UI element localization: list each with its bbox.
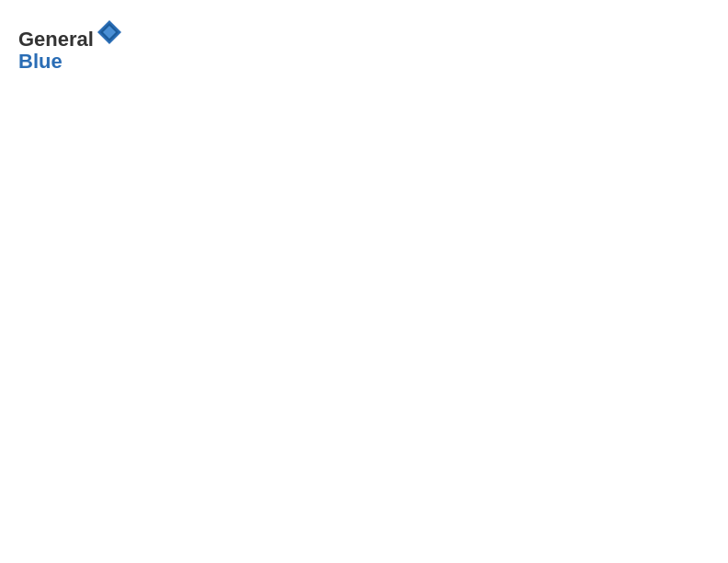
page-header: General Blue (18, 18, 710, 73)
logo-icon (96, 18, 123, 46)
logo-general: General (18, 28, 94, 51)
logo-blue: Blue (18, 50, 63, 73)
logo: General Blue (18, 18, 123, 73)
